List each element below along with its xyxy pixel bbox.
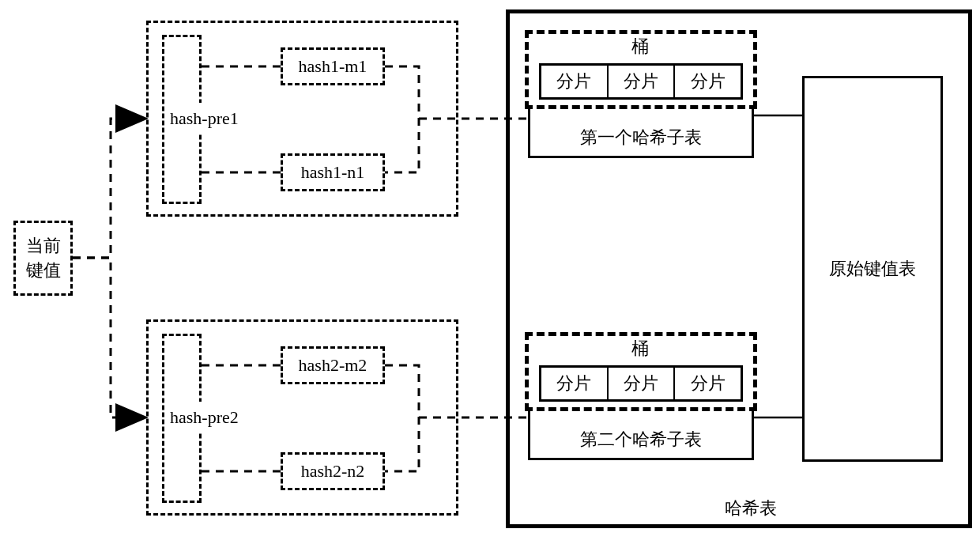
hash1-n1-box: hash1-n1: [281, 153, 385, 191]
shard1-1: 分片: [541, 66, 609, 97]
hash1-n1-text: hash1-n1: [301, 162, 365, 183]
shard2-1: 分片: [541, 368, 609, 399]
hash-pre2-text: hash-pre2: [170, 407, 239, 428]
hash2-m2-box: hash2-m2: [281, 346, 385, 384]
shards1-row: 分片 分片 分片: [539, 63, 743, 100]
current-key-line1: 当前: [26, 234, 61, 259]
subtable2-label: 第二个哈希子表: [528, 422, 754, 457]
hash1-m1-box: hash1-m1: [281, 47, 385, 85]
hash-pre1-label-box: hash-pre1: [170, 103, 277, 134]
shards2-row: 分片 分片 分片: [539, 365, 743, 402]
current-key-line2: 键值: [26, 259, 61, 283]
current-key-box: 当前 键值: [13, 221, 73, 296]
bucket1-label: 桶: [601, 35, 680, 59]
hash-pre1-text: hash-pre1: [170, 108, 239, 129]
shard2-2: 分片: [609, 368, 676, 399]
shard1-2: 分片: [609, 66, 676, 97]
hash2-n2-box: hash2-n2: [281, 452, 385, 490]
shard2-3: 分片: [675, 368, 741, 399]
hash2-n2-text: hash2-n2: [301, 461, 365, 482]
original-key-table-text: 原始键值表: [829, 257, 916, 281]
hashtable-label: 哈希表: [711, 497, 790, 520]
hash-pre2-label-box: hash-pre2: [170, 402, 277, 433]
subtable1-label: 第一个哈希子表: [528, 120, 754, 155]
original-key-table: 原始键值表: [802, 76, 943, 462]
hash2-m2-text: hash2-m2: [299, 355, 368, 376]
shard1-3: 分片: [675, 66, 741, 97]
hash1-m1-text: hash1-m1: [299, 56, 368, 77]
bucket2-label: 桶: [601, 337, 680, 361]
